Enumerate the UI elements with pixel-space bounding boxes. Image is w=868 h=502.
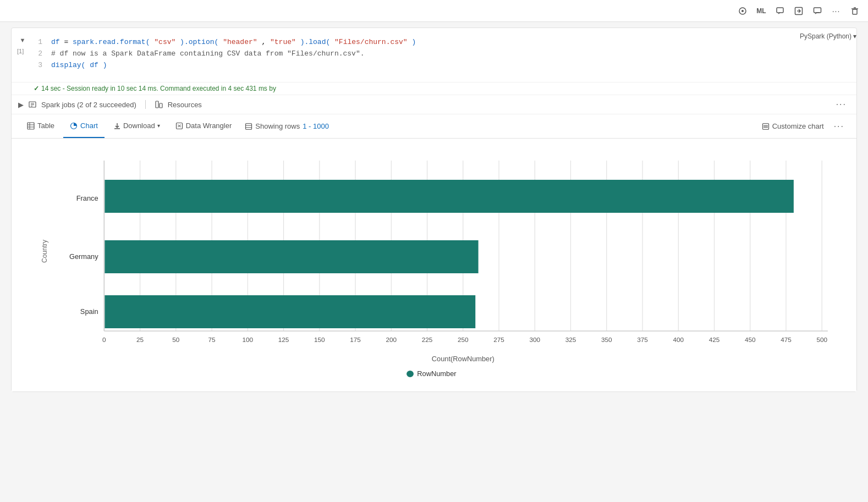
- svg-rect-15: [28, 123, 34, 129]
- svg-rect-6: [853, 9, 857, 14]
- chart-tab-label: Chart: [80, 122, 98, 130]
- data-wrangler-label: Data Wrangler: [186, 122, 232, 130]
- download-chevron: ▾: [157, 123, 160, 129]
- tab-table[interactable]: Table: [20, 114, 61, 138]
- svg-text:50: 50: [172, 337, 179, 344]
- svg-text:100: 100: [243, 337, 254, 344]
- svg-text:200: 200: [386, 337, 397, 344]
- svg-text:175: 175: [350, 337, 361, 344]
- label-germany: Germany: [69, 253, 99, 261]
- status-checkmark: ✓: [34, 85, 39, 92]
- code-line-1: 1 df = spark.read.format( "csv" ).option…: [34, 37, 791, 48]
- cell-status: ✓ 14 sec - Session ready in 10 sec 14 ms…: [34, 85, 276, 92]
- spark-jobs-more[interactable]: ···: [833, 98, 850, 111]
- svg-rect-13: [156, 101, 158, 108]
- svg-text:350: 350: [601, 337, 612, 344]
- divider: [145, 100, 146, 109]
- expand-icon[interactable]: ▶: [18, 101, 24, 109]
- tab-data-wrangler[interactable]: Data Wrangler: [169, 114, 239, 138]
- output-area: ··· Table: [12, 114, 856, 391]
- notebook-cell: ▼ [1] 1 df = spark.read.format( "csv" ).…: [11, 27, 857, 392]
- x-axis-label: Count(RowNumber): [432, 356, 495, 363]
- label-spain: Spain: [80, 308, 98, 316]
- svg-rect-5: [814, 8, 821, 13]
- svg-rect-23: [246, 123, 252, 129]
- code-line-2: 2 # df now is a Spark DataFrame containi…: [34, 48, 791, 60]
- spark-jobs-icon: [28, 100, 37, 109]
- table-tab-label: Table: [37, 122, 54, 130]
- svg-text:325: 325: [565, 337, 576, 344]
- share-icon[interactable]: [792, 4, 805, 18]
- showing-rows: Showing rows 1 - 1000: [240, 122, 333, 130]
- bar-france: [105, 180, 793, 213]
- bar-spain: [105, 295, 475, 328]
- pyspark-badge: PySpark (Python) ▾: [800, 32, 856, 40]
- bar-germany: [105, 240, 478, 273]
- svg-text:25: 25: [136, 337, 144, 344]
- legend-label: RowNumber: [417, 371, 456, 378]
- svg-text:375: 375: [637, 337, 648, 344]
- svg-text:300: 300: [529, 337, 540, 344]
- svg-rect-2: [777, 8, 783, 13]
- svg-point-1: [741, 10, 744, 12]
- label-france: France: [76, 195, 98, 203]
- delete-icon[interactable]: [848, 4, 861, 18]
- chart-icon: [70, 122, 78, 130]
- rows-icon: [245, 123, 252, 130]
- bar-chart-svg: Country France Germany Spain 0 25 50 75: [34, 150, 845, 380]
- showing-rows-range: 1 - 1000: [303, 122, 329, 130]
- legend-dot: [406, 371, 414, 377]
- svg-text:75: 75: [208, 337, 216, 344]
- svg-text:225: 225: [422, 337, 433, 344]
- spark-jobs-label: Spark jobs (2 of 2 succeeded): [41, 101, 136, 109]
- code-line-3: 3 display( df ): [34, 60, 791, 71]
- comment-icon[interactable]: [773, 4, 787, 18]
- svg-text:475: 475: [781, 337, 792, 344]
- top-toolbar: ML ···: [0, 0, 868, 22]
- live-icon[interactable]: [736, 4, 749, 18]
- tab-bar: Table Chart Dow: [12, 114, 856, 139]
- cell-number: [1]: [17, 48, 28, 54]
- code-block: 1 df = spark.read.format( "csv" ).option…: [34, 32, 800, 78]
- chart-area: Country France Germany Spain 0 25 50 75: [12, 139, 856, 391]
- chat-icon[interactable]: [811, 4, 824, 18]
- spark-jobs-row: ▶ Spark jobs (2 of 2 succeeded) Resource…: [12, 95, 856, 114]
- tab-chart[interactable]: Chart: [63, 114, 105, 138]
- more-icon[interactable]: ···: [829, 4, 843, 18]
- download-icon: [113, 122, 121, 130]
- svg-text:425: 425: [709, 337, 720, 344]
- resources-icon: [155, 100, 163, 109]
- cell-status-bar: ✓ 14 sec - Session ready in 10 sec 14 ms…: [12, 82, 856, 95]
- customize-icon: [762, 123, 770, 130]
- resources-label: Resources: [168, 101, 202, 109]
- tab-download[interactable]: Download ▾: [107, 114, 167, 138]
- svg-text:125: 125: [278, 337, 289, 344]
- showing-rows-text: Showing rows: [255, 122, 300, 130]
- output-container: ··· Table: [12, 114, 856, 391]
- ml-icon[interactable]: ML: [755, 4, 768, 18]
- collapse-button[interactable]: ▼: [17, 35, 28, 46]
- table-icon: [27, 122, 35, 130]
- svg-text:450: 450: [745, 337, 756, 344]
- output-more-options[interactable]: ···: [831, 120, 848, 133]
- svg-rect-14: [160, 103, 162, 108]
- svg-text:250: 250: [458, 337, 469, 344]
- svg-text:500: 500: [816, 337, 827, 344]
- y-axis-label: Country: [40, 240, 48, 263]
- svg-text:0: 0: [102, 337, 106, 344]
- download-tab-label: Download: [123, 122, 155, 130]
- customize-chart-label: Customize chart: [772, 122, 824, 130]
- data-wrangler-icon: [175, 122, 183, 130]
- svg-text:275: 275: [493, 337, 504, 344]
- svg-text:400: 400: [673, 337, 684, 344]
- customize-chart-button[interactable]: Customize chart: [757, 120, 828, 133]
- svg-text:150: 150: [314, 337, 325, 344]
